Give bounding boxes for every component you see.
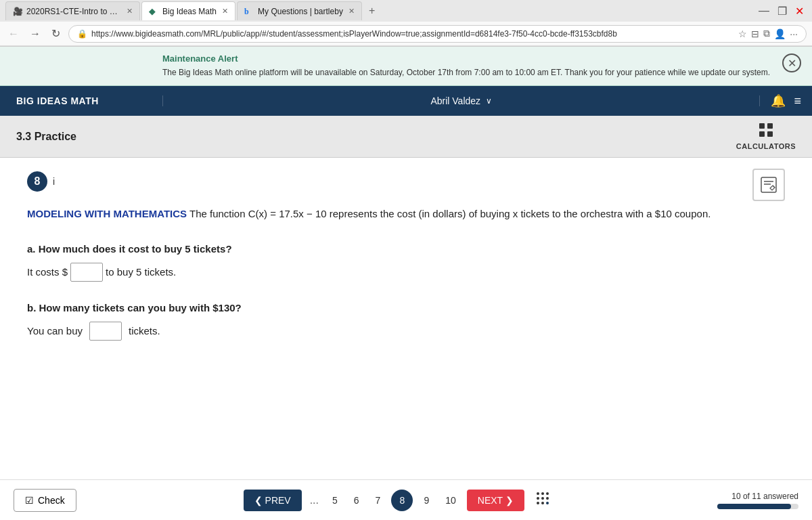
- profile-icon[interactable]: 👤: [774, 28, 786, 39]
- tab-label-bigideas: Big Ideas Math: [162, 7, 217, 16]
- svg-rect-0: [759, 123, 765, 129]
- part-a-label: a. How much does it cost to buy 5 ticket…: [27, 243, 785, 255]
- tab-close-video[interactable]: ✕: [127, 7, 133, 16]
- app-header: BIG IDEAS MATH Abril Valdez ∨ 🔔 ≡: [0, 86, 812, 116]
- collection-icon[interactable]: ⊟: [751, 28, 759, 39]
- page-10[interactable]: 10: [440, 491, 461, 497]
- svg-rect-3: [767, 131, 773, 137]
- page-5[interactable]: 5: [327, 491, 343, 497]
- practice-bar: 3.3 Practice CALCULATORS: [0, 116, 812, 158]
- maintenance-title: Maintenance Alert: [162, 53, 798, 64]
- window-controls: — ❐ ✕: [756, 3, 807, 19]
- question-number: 8: [27, 171, 47, 192]
- page-7[interactable]: 7: [370, 491, 386, 497]
- header-center: Abril Valdez ∨: [162, 95, 760, 106]
- window-minimize[interactable]: —: [756, 3, 772, 19]
- tab-label-video: 2020RS1-CTE-Intro to Video Pro...: [26, 7, 121, 16]
- calculators-button[interactable]: CALCULATORS: [736, 123, 796, 150]
- prev-arrow-icon: ❮: [254, 495, 263, 497]
- svg-point-9: [541, 492, 544, 495]
- part-a-section: a. How much does it cost to buy 5 ticket…: [27, 243, 785, 282]
- calculators-label: CALCULATORS: [736, 142, 796, 150]
- svg-rect-4: [761, 177, 776, 192]
- question-badge: 8 i: [27, 171, 785, 192]
- maintenance-body: The Big Ideas Math online platform will …: [162, 66, 798, 79]
- modeling-label: MODELING WITH MATHEMATICS: [27, 208, 187, 219]
- progress-section: 10 of 11 answered: [717, 492, 798, 497]
- svg-point-10: [546, 492, 549, 495]
- main-content: 8 i MODELING WITH MATHEMATICS The functi…: [0, 158, 812, 496]
- part-b-label: b. How many tickets can you buy with $13…: [27, 302, 785, 313]
- window-restore[interactable]: ❐: [775, 3, 790, 19]
- tab-bigideas[interactable]: ◆ Big Ideas Math ✕: [141, 1, 235, 20]
- problem-section: MODELING WITH MATHEMATICS The function C…: [27, 205, 785, 223]
- prev-button[interactable]: ❮ PREV: [244, 490, 302, 497]
- back-button[interactable]: ←: [5, 26, 22, 41]
- tab-label-bartleby: My Questions | bartleby: [258, 7, 343, 16]
- prev-label: PREV: [265, 495, 291, 497]
- problem-text: The function C(x) = 17.5x − 10 represent…: [189, 208, 710, 219]
- new-tab-button[interactable]: +: [363, 5, 380, 17]
- nav-center: ❮ PREV ... 5 6 7 8 9 10 NEXT ❯: [76, 490, 717, 497]
- url-icons: ☆ ⊟ ⧉ 👤 ···: [738, 28, 798, 39]
- check-box-icon: ☑: [25, 495, 34, 497]
- user-dropdown-arrow[interactable]: ∨: [486, 96, 492, 106]
- extension-icon[interactable]: ⧉: [763, 28, 770, 39]
- lock-icon: 🔒: [77, 29, 87, 39]
- part-a-answer-line: It costs $ to buy 5 tickets.: [27, 263, 785, 282]
- part-a-prefix: It costs $: [27, 266, 68, 278]
- star-icon[interactable]: ☆: [738, 28, 747, 39]
- forward-button[interactable]: →: [27, 26, 43, 41]
- svg-line-7: [773, 186, 775, 188]
- scratch-pad-icon: [752, 169, 785, 201]
- tab-bar: 🎥 2020RS1-CTE-Intro to Video Pro... ✕ ◆ …: [0, 0, 812, 22]
- tab-bartleby[interactable]: b My Questions | bartleby ✕: [237, 1, 362, 20]
- app-brand: BIG IDEAS MATH: [0, 95, 162, 106]
- menu-hamburger-icon[interactable]: ≡: [794, 94, 801, 108]
- check-label: Check: [38, 495, 65, 497]
- practice-title: 3.3 Practice: [16, 131, 76, 143]
- reload-button[interactable]: ↻: [49, 26, 63, 41]
- part-b-answer-line: You can buy tickets.: [27, 322, 785, 341]
- part-a-suffix: to buy 5 tickets.: [106, 266, 176, 278]
- part-b-input[interactable]: [89, 322, 122, 341]
- more-icon[interactable]: ···: [790, 28, 798, 39]
- next-arrow-icon: ❯: [505, 495, 514, 497]
- progress-text: 10 of 11 answered: [731, 492, 798, 497]
- tab-video-pro[interactable]: 🎥 2020RS1-CTE-Intro to Video Pro... ✕: [5, 1, 140, 20]
- svg-rect-1: [767, 123, 773, 129]
- bottom-nav: ☑ Check ❮ PREV ... 5 6 7 8 9 10 NEXT ❯: [0, 479, 812, 496]
- question-grid-icon[interactable]: [535, 491, 550, 496]
- part-b-suffix: tickets.: [129, 325, 160, 337]
- info-button[interactable]: i: [53, 176, 55, 187]
- part-a-input[interactable]: [70, 263, 103, 282]
- notification-bell-icon[interactable]: 🔔: [771, 93, 786, 108]
- tab-favicon-bigideas: ◆: [149, 7, 158, 16]
- tab-close-bartleby[interactable]: ✕: [348, 7, 355, 16]
- tab-favicon-video: 🎥: [13, 7, 22, 16]
- maintenance-close-button[interactable]: ✕: [782, 53, 801, 72]
- svg-point-8: [537, 492, 539, 495]
- part-b-prefix: You can buy: [27, 325, 83, 337]
- browser-chrome: 🎥 2020RS1-CTE-Intro to Video Pro... ✕ ◆ …: [0, 0, 812, 47]
- check-button[interactable]: ☑ Check: [14, 489, 76, 497]
- part-b-section: b. How many tickets can you buy with $13…: [27, 302, 785, 341]
- user-name: Abril Valdez: [430, 95, 480, 106]
- next-button[interactable]: NEXT ❯: [467, 490, 524, 497]
- scratch-pad-button[interactable]: [752, 169, 785, 201]
- page-9[interactable]: 9: [418, 491, 434, 497]
- address-bar: ← → ↻ 🔒 https://www.bigideasmath.com/MRL…: [0, 22, 812, 46]
- maintenance-alert: Maintenance Alert The Big Ideas Math onl…: [0, 47, 812, 86]
- page-8[interactable]: 8: [391, 490, 413, 497]
- tab-favicon-bartleby: b: [244, 7, 254, 16]
- tab-close-bigideas[interactable]: ✕: [222, 7, 228, 16]
- calculator-grid-icon: [759, 123, 773, 141]
- window-close[interactable]: ✕: [792, 3, 807, 19]
- next-label: NEXT: [478, 495, 503, 497]
- header-icons: 🔔 ≡: [760, 93, 812, 108]
- page-dots: ...: [307, 494, 321, 497]
- svg-rect-2: [759, 131, 765, 137]
- page-6[interactable]: 6: [348, 491, 365, 497]
- url-box[interactable]: 🔒 https://www.bigideasmath.com/MRL/publi…: [68, 25, 807, 43]
- url-text: https://www.bigideasmath.com/MRL/public/…: [91, 29, 617, 39]
